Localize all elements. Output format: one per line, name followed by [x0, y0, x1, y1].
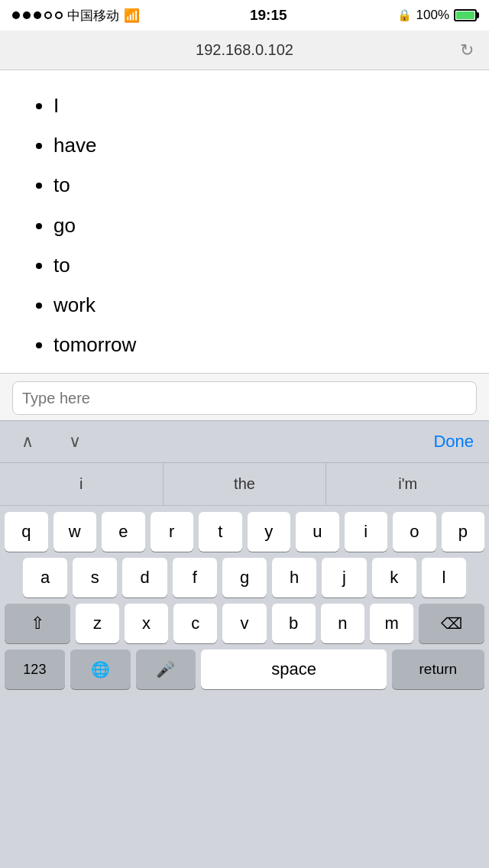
signal-dot-2	[23, 11, 31, 19]
keyboard: q w e r t y u i o p a s d f g h j k l ⇧ …	[0, 506, 489, 868]
key-w[interactable]: w	[53, 512, 97, 552]
key-k[interactable]: k	[372, 558, 416, 598]
key-b[interactable]: b	[272, 604, 316, 643]
key-c[interactable]: c	[173, 604, 217, 643]
shift-key[interactable]: ⇧	[5, 604, 70, 643]
signal-dots	[12, 11, 63, 19]
key-s[interactable]: s	[73, 558, 117, 598]
list-item: work	[53, 285, 466, 325]
key-j[interactable]: j	[322, 558, 366, 598]
done-button[interactable]: Done	[433, 432, 474, 452]
list-item: I	[53, 86, 466, 125]
key-q[interactable]: q	[5, 512, 48, 552]
delete-key[interactable]: ⌫	[419, 604, 484, 643]
battery-box	[454, 9, 477, 21]
key-n[interactable]: n	[321, 604, 364, 643]
list-item: to	[53, 165, 466, 205]
key-v[interactable]: v	[222, 604, 266, 643]
content-area: I have to go to work tomorrow	[0, 70, 489, 391]
predictive-item-0[interactable]: i	[0, 463, 164, 505]
battery-icon	[454, 9, 477, 21]
key-u[interactable]: u	[296, 512, 339, 552]
battery-percent: 100%	[416, 8, 449, 23]
signal-dot-1	[12, 11, 20, 19]
key-e[interactable]: e	[102, 512, 145, 552]
key-i[interactable]: i	[345, 512, 388, 552]
keyboard-toolbar: ∧ ∨ Done	[0, 420, 489, 463]
nav-arrows: ∧ ∨	[15, 429, 87, 455]
status-bar: 中国移动 📶 19:15 🔒 100%	[0, 0, 489, 31]
key-a[interactable]: a	[23, 558, 67, 598]
space-key[interactable]: space	[201, 649, 386, 689]
url-text: 192.168.0.102	[15, 41, 474, 59]
refresh-button[interactable]: ↻	[460, 40, 474, 60]
status-right: 🔒 100%	[397, 8, 477, 23]
return-key[interactable]: return	[392, 649, 484, 689]
keyboard-row-1: q w e r t y u i o p	[0, 512, 489, 552]
signal-dot-4	[44, 11, 52, 19]
key-t[interactable]: t	[199, 512, 242, 552]
wifi-icon: 📶	[124, 8, 140, 24]
text-input[interactable]	[12, 381, 477, 415]
lock-icon: 🔒	[397, 8, 412, 22]
prev-field-button[interactable]: ∧	[15, 429, 40, 455]
status-left: 中国移动 📶	[12, 7, 140, 24]
key-g[interactable]: g	[222, 558, 267, 598]
numbers-key[interactable]: 123	[5, 649, 65, 689]
list-item: go	[53, 206, 466, 245]
key-z[interactable]: z	[76, 604, 119, 643]
text-input-container[interactable]	[0, 373, 489, 423]
predictive-item-1[interactable]: the	[164, 463, 327, 505]
key-m[interactable]: m	[370, 604, 413, 643]
key-y[interactable]: y	[248, 512, 291, 552]
keyboard-row-2: a s d f g h j k l	[0, 558, 489, 598]
key-x[interactable]: x	[125, 604, 168, 643]
predictive-bar: i the i'm	[0, 463, 489, 506]
status-time: 19:15	[250, 7, 287, 24]
url-bar[interactable]: 192.168.0.102 ↻	[0, 31, 489, 70]
carrier-text: 中国移动	[67, 7, 119, 24]
list-item: to	[53, 245, 466, 285]
microphone-key[interactable]: 🎤	[136, 649, 196, 689]
predictive-item-2[interactable]: i'm	[326, 463, 489, 505]
key-o[interactable]: o	[393, 512, 436, 552]
battery-fill	[456, 11, 474, 19]
keyboard-row-3: ⇧ z x c v b n m ⌫	[0, 604, 489, 643]
key-h[interactable]: h	[272, 558, 316, 598]
key-r[interactable]: r	[151, 512, 194, 552]
key-d[interactable]: d	[122, 558, 167, 598]
globe-key[interactable]: 🌐	[70, 649, 131, 689]
keyboard-row-4: 123 🌐 🎤 space return	[0, 649, 489, 689]
key-l[interactable]: l	[422, 558, 466, 598]
list-item: tomorrow	[53, 325, 466, 364]
signal-dot-5	[55, 11, 63, 19]
list-item: have	[53, 125, 466, 165]
signal-dot-3	[34, 11, 41, 19]
key-f[interactable]: f	[173, 558, 217, 598]
bullet-list: I have to go to work tomorrow	[23, 86, 466, 364]
key-p[interactable]: p	[442, 512, 485, 552]
next-field-button[interactable]: ∨	[63, 429, 87, 455]
